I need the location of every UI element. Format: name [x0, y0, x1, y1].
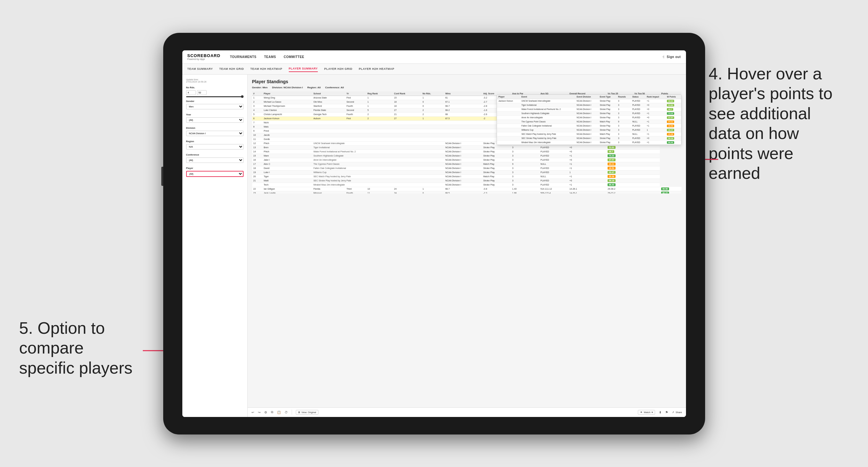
cell-rank: 15	[252, 154, 263, 158]
tooltip-cell-points[interactable]: 30.64	[665, 99, 681, 103]
table-row: Tech Mirabel Maui Jim Intercollegiate NC…	[252, 183, 682, 187]
cell-points-w[interactable]: 24.11	[606, 162, 660, 166]
nav-teams[interactable]: TEAMS	[264, 54, 276, 60]
gender-select[interactable]: Men	[186, 104, 244, 110]
cell-division: NCAA Division I	[444, 154, 482, 158]
subnav-player-h2h-grid[interactable]: PLAYER H2H GRID	[324, 66, 352, 72]
tooltip-cell-status: NULL	[630, 132, 645, 136]
flag-icon[interactable]: ⚑	[665, 411, 668, 414]
cell-points-w[interactable]: 16.50	[606, 166, 660, 170]
subnav-player-h2h-heatmap[interactable]: PLAYER H2H HEATMAP	[359, 66, 395, 72]
cell-wins	[444, 133, 482, 137]
tooltip-cell-points[interactable]: 16.50	[665, 124, 681, 128]
cell-player: Nichi	[262, 121, 312, 125]
tooltip-cell-division: NCAA Division I	[575, 140, 598, 145]
filter-gender: Men	[262, 86, 268, 89]
tooltip-cell-points[interactable]: 46.7	[665, 107, 681, 111]
cell-points-w[interactable]: 37.57	[606, 158, 660, 162]
cell-rank-impact: +1	[568, 175, 606, 179]
cell-type: Stroke Play	[482, 183, 511, 187]
cell-reg-rank	[366, 125, 393, 129]
tooltip-cell-points[interactable]: 73.33	[665, 111, 681, 115]
tooltip-cell-points[interactable]: 66.40	[665, 140, 681, 145]
tooltip-col-rank-impact: Rank Impact	[645, 95, 665, 99]
cell-reg-rank	[366, 137, 393, 141]
division-label: Division	[186, 127, 244, 129]
no-rds-min-input[interactable]	[186, 90, 196, 95]
paste-icon[interactable]: 📋	[277, 411, 281, 414]
copy-icon[interactable]: ⧉	[271, 410, 273, 414]
subnav-team-h2h-heatmap[interactable]: TEAM H2H HEATMAP	[250, 66, 282, 72]
watch-button[interactable]: 👁 Watch ▾	[638, 410, 655, 415]
nav-tournaments[interactable]: TOURNAMENTS	[230, 54, 256, 60]
view-icon: ⊞	[298, 411, 300, 414]
tooltip-cell-points[interactable]: 25.38	[665, 132, 681, 136]
tooltip-col-w-points: W Points	[665, 95, 681, 99]
cell-yr: Third	[345, 187, 366, 191]
cell-type: Stroke Play	[482, 166, 511, 170]
player-select[interactable]: (All)	[186, 171, 244, 177]
redo-icon[interactable]: ↪	[258, 411, 260, 414]
cell-rank: 5	[252, 112, 263, 116]
cell-reg-rank: 2	[366, 112, 393, 116]
cell-event: Wake Forest Invitational at Pinehurst No…	[312, 150, 444, 154]
cell-yr: Fourth	[345, 104, 366, 108]
share-button[interactable]: ↗ Share	[672, 411, 682, 414]
cell-points-w[interactable]: 66.40	[606, 183, 660, 187]
download-icon[interactable]: ⬇	[659, 411, 661, 414]
cell-conf-rank: 21	[393, 112, 421, 116]
brand-title: SCOREBOARD	[187, 53, 221, 58]
tooltip-cell-points[interactable]: 56.18	[665, 136, 681, 140]
cell-rounds: 3	[511, 175, 539, 179]
no-rds-max-input[interactable]	[197, 90, 207, 95]
cell-rank-impact: +1	[568, 183, 606, 187]
col-school: School	[312, 92, 345, 96]
brand-sub: Powered by clippi	[187, 58, 221, 60]
cell-rds: 0	[422, 104, 444, 108]
conference-select[interactable]: (All)	[186, 157, 244, 163]
cell-vs-top50	[633, 191, 660, 193]
tooltip-cell-player: Jackson Koivun	[497, 99, 520, 103]
cell-points-w[interactable]: 53.60	[606, 145, 660, 150]
cell-points[interactable]: 60.58	[660, 187, 681, 191]
no-rds-slider[interactable]	[186, 96, 244, 97]
tooltip-cell-rank-impact: +1	[645, 124, 665, 128]
tooltip-cell-player	[497, 111, 520, 115]
cell-rounds: 3	[511, 179, 539, 183]
cell-points-w[interactable]: 30.47	[606, 170, 660, 175]
time-icon[interactable]: ⏱	[285, 411, 288, 414]
tooltip-cell-points[interactable]: 37.57	[665, 115, 681, 120]
tooltip-cell-division: NCAA Division I	[575, 120, 598, 124]
tooltip-row: SEC Stroke Play hosted by Jerry Pate NCA…	[497, 136, 681, 140]
cell-points-w[interactable]: 56.18	[606, 179, 660, 183]
undo-icon[interactable]: ↩	[251, 411, 254, 414]
cell-school	[312, 121, 345, 125]
settings-icon[interactable]: ⚙	[264, 411, 267, 414]
cell-points[interactable]: 60.27	[660, 191, 681, 193]
subnav-team-h2h-grid[interactable]: TEAM H2H GRID	[219, 66, 244, 72]
tooltip-cell-points[interactable]: 24.11	[665, 120, 681, 124]
tooltip-cell-points[interactable]: 30.47	[665, 128, 681, 132]
year-select[interactable]: (All)	[186, 117, 244, 123]
cell-division: NCAA Division I	[444, 158, 482, 162]
tooltip-cell-status: PLAYED	[630, 140, 645, 145]
tooltip-cell-points[interactable]: 53.60	[665, 103, 681, 107]
subnav-team-summary[interactable]: TEAM SUMMARY	[187, 66, 213, 72]
cell-points-w[interactable]: 73.33	[606, 154, 660, 158]
tooltip-cell-event: SEC Stroke Play hosted by Jerry Pate	[520, 136, 575, 140]
tooltip-cell-status: PLAYED	[630, 124, 645, 128]
view-original-button[interactable]: ⊞ View: Original	[296, 410, 318, 415]
cell-points-w[interactable]: 25.38	[606, 175, 660, 179]
cell-points-w[interactable]: 46.7	[606, 150, 660, 154]
subnav-player-summary[interactable]: PLAYER SUMMARY	[289, 66, 318, 72]
nav-committee[interactable]: COMMITTEE	[284, 54, 304, 60]
cell-player: Jackson Koivun	[262, 116, 312, 121]
division-select[interactable]: NCAA Division I	[186, 131, 244, 136]
tooltip-cell-player	[497, 115, 520, 120]
cell-rds	[422, 125, 444, 129]
region-select[interactable]: N/A	[186, 144, 244, 150]
filter-conference: All	[341, 86, 344, 89]
cell-adj-score: -0.8	[482, 187, 511, 191]
cell-yr: First	[345, 96, 366, 100]
sign-out-button[interactable]: Sign out	[667, 54, 681, 60]
